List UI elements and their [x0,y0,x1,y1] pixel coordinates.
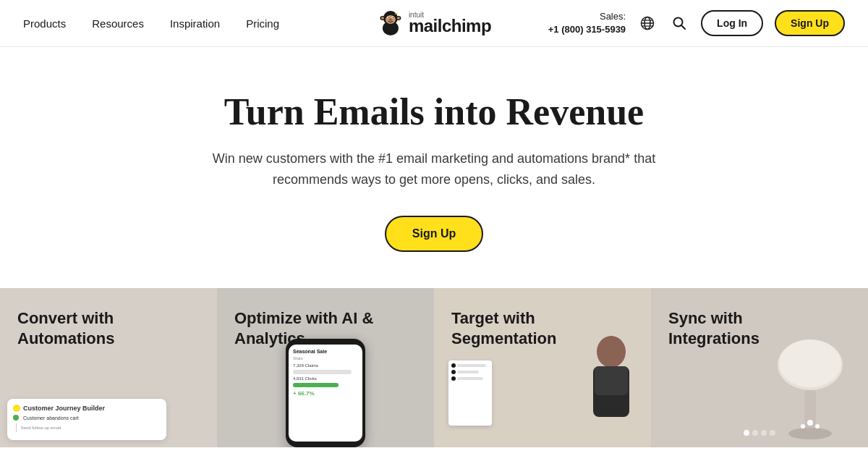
feature-card-analytics: Optimize with AI & Analytics Seasonal Sa… [217,288,434,447]
nav-item-pricing[interactable]: Pricing [246,17,279,30]
logo-text-group: intuit mailchimp [409,11,491,36]
svg-rect-21 [595,366,628,395]
feature-title-segmentation: Target with Segmentation [451,308,596,348]
nav-left: Products Resources Inspiration Pricing [23,17,279,30]
carousel-dots [744,430,775,436]
person-silhouette [579,332,644,447]
svg-point-25 [788,428,832,439]
journey-row-1: Customer abandons cart [23,415,79,421]
sales-label: Sales: [548,10,626,23]
phone-mockup-analytics: Seasonal Sale Stats 7,326 Claims 4,631 C… [286,339,365,447]
globe-icon[interactable] [637,13,658,33]
nav-item-resources[interactable]: Resources [92,17,144,30]
svg-point-11 [388,18,392,21]
svg-point-3 [381,17,384,20]
sales-info: Sales: +1 (800) 315-5939 [548,10,626,36]
feature-card-segmentation: Target with Segmentation [434,288,651,447]
logo-main-text: mailchimp [409,16,491,35]
svg-point-9 [388,17,389,19]
feature-card-integrations: Sync with Integrations [651,288,868,447]
svg-point-10 [392,17,393,19]
svg-line-18 [681,25,685,29]
navbar: Products Resources Inspiration Pricing [0,0,868,47]
hero-signup-button[interactable]: Sign Up [385,216,483,252]
nav-item-inspiration[interactable]: Inspiration [170,17,220,30]
segmentation-card [448,360,492,426]
nav-item-products[interactable]: Products [23,17,66,30]
signup-nav-button[interactable]: Sign Up [775,10,845,36]
phone-stat1: 7,326 Claims [293,363,358,368]
mailchimp-logo[interactable]: intuit mailchimp [377,8,491,38]
svg-rect-24 [804,390,816,434]
svg-point-19 [597,336,626,368]
journey-card-title: Customer Journey Builder [13,405,161,412]
feature-title-automations: Convert with Automations [17,308,162,348]
svg-point-28 [815,424,820,428]
logo-area[interactable]: intuit mailchimp [377,8,491,38]
hero-subtitle: Win new customers with the #1 email mark… [210,148,658,190]
nav-right: Sales: +1 (800) 315-5939 Log In Sign Up [548,10,845,36]
hero-title: Turn Emails into Revenue [14,90,854,134]
svg-point-26 [807,420,813,426]
hero-section: Turn Emails into Revenue Win new custome… [0,47,868,288]
svg-point-5 [397,17,400,20]
phone-screen-analytics: Seasonal Sale Stats 7,326 Claims 4,631 C… [289,345,362,442]
phone-bar-gray [293,370,352,374]
freddie-icon [377,8,404,38]
sales-phone[interactable]: +1 (800) 315-5939 [548,23,626,36]
svg-point-23 [779,339,841,387]
journey-row-action: Send follow-up email [21,426,61,430]
phone-stat2: 4,631 Clicks [293,376,358,381]
phone-screen-label: Stats [293,356,358,360]
features-section: Convert with Automations Customer Journe… [0,288,868,447]
phone-screen-title: Seasonal Sale [293,349,358,354]
phone-bar-green [293,383,339,387]
feature-card-automations: Convert with Automations Customer Journe… [0,288,217,447]
device-image [767,336,854,447]
svg-point-27 [801,424,805,428]
search-icon[interactable] [669,13,689,33]
journey-builder-card: Customer Journey Builder Customer abando… [7,399,166,440]
phone-stat3: + 66.7% [293,390,358,397]
login-button[interactable]: Log In [701,10,763,36]
